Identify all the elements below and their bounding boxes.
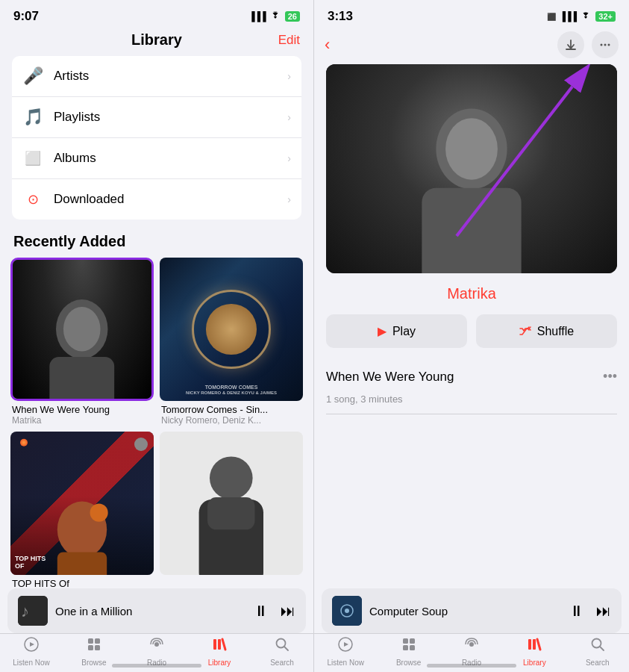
header-actions bbox=[557, 31, 619, 58]
album-artist-matrika: Matrika bbox=[12, 415, 152, 426]
action-buttons: ▶ Play Shuffle bbox=[326, 314, 617, 348]
tab-icon-search-right bbox=[589, 636, 606, 657]
now-playing-bar-left[interactable]: ♪ One in a Million ⏸ ⏭ bbox=[7, 588, 306, 633]
tab-search-left[interactable]: Search bbox=[260, 636, 304, 667]
album-card-matrika[interactable]: When We Were Young Matrika bbox=[10, 258, 154, 426]
tab-icon-browse-right bbox=[401, 636, 417, 657]
skip-button-right[interactable]: ⏭ bbox=[596, 603, 611, 620]
play-button[interactable]: ▶ Play bbox=[326, 314, 467, 348]
tab-listen-now-right[interactable]: Listen Now bbox=[323, 636, 368, 667]
playlists-label: Playlists bbox=[54, 110, 287, 125]
right-panel: 3:13 ⬛ ▐▐▐ 32+ ‹ bbox=[314, 0, 629, 672]
svg-rect-19 bbox=[213, 639, 216, 650]
svg-rect-9 bbox=[207, 497, 254, 529]
playlists-icon: 🎵 bbox=[22, 107, 43, 128]
tab-radio-left[interactable]: Radio bbox=[134, 636, 179, 667]
artists-label: Artists bbox=[54, 69, 287, 84]
tab-label-library-right: Library bbox=[523, 659, 546, 667]
song-meta: 1 song, 3 minutes bbox=[326, 391, 617, 414]
pause-button-left[interactable]: ⏸ bbox=[254, 603, 269, 620]
np-controls-left: ⏸ ⏭ bbox=[254, 603, 295, 620]
play-icon: ▶ bbox=[378, 324, 387, 338]
artists-icon: 🎤 bbox=[22, 66, 43, 87]
artist-name: Matrika bbox=[314, 285, 629, 302]
home-indicator-left bbox=[112, 664, 201, 668]
song-section: When We Were Young ••• 1 song, 3 minutes bbox=[314, 363, 629, 414]
svg-point-1 bbox=[63, 307, 101, 352]
albums-icon: ⬜ bbox=[22, 148, 43, 169]
time-left: 9:07 bbox=[13, 9, 39, 24]
tab-label-search-left: Search bbox=[270, 659, 294, 667]
album-grid: When We Were Young Matrika TOMORROW COME… bbox=[0, 258, 313, 589]
song-header: When We Were Young ••• bbox=[326, 363, 617, 391]
svg-text:♪: ♪ bbox=[21, 602, 29, 620]
status-icon-right: ⬛ bbox=[547, 13, 556, 21]
tab-radio-right[interactable]: Radio bbox=[449, 636, 494, 667]
nav-header-left: Library Edit bbox=[0, 28, 313, 56]
tab-icon-listen-left bbox=[23, 636, 40, 657]
library-list: 🎤 Artists › 🎵 Playlists › ⬜ Albums › ⊙ D… bbox=[12, 56, 301, 220]
downloaded-label: Downloaded bbox=[54, 192, 287, 207]
left-panel: 9:07 ▐▐▐ 26 Library Edit 🎤 Artists › 🎵 P… bbox=[0, 0, 314, 672]
svg-point-6 bbox=[90, 504, 108, 522]
library-item-artists[interactable]: 🎤 Artists › bbox=[12, 56, 301, 97]
svg-point-7 bbox=[210, 457, 253, 500]
tab-label-listen-left: Listen Now bbox=[13, 659, 49, 667]
svg-rect-17 bbox=[95, 645, 100, 650]
signal-icon-left: ▐▐▐ bbox=[248, 11, 266, 22]
svg-point-3 bbox=[20, 439, 28, 447]
svg-rect-2 bbox=[50, 357, 115, 399]
song-more-button[interactable]: ••• bbox=[603, 369, 617, 385]
chevron-artists: › bbox=[287, 70, 291, 82]
np-title-left: One in a Million bbox=[55, 605, 246, 617]
svg-line-45 bbox=[600, 647, 604, 650]
tab-search-right[interactable]: Search bbox=[575, 636, 620, 667]
tab-browse-right[interactable]: Browse bbox=[387, 636, 431, 667]
np-controls-right: ⏸ ⏭ bbox=[569, 603, 611, 620]
svg-point-30 bbox=[445, 118, 498, 180]
battery-right: 32+ bbox=[595, 11, 616, 22]
album-card-tophits[interactable]: TOP HITSOF TOP HITS Of bbox=[10, 432, 154, 589]
tab-library-left[interactable]: Library bbox=[197, 636, 242, 667]
more-options-button[interactable] bbox=[592, 31, 619, 58]
tab-label-library-left: Library bbox=[208, 659, 231, 667]
tab-listen-now-left[interactable]: Listen Now bbox=[9, 636, 54, 667]
back-button[interactable]: ‹ bbox=[325, 35, 330, 55]
status-bar-right: 3:13 ⬛ ▐▐▐ 32+ bbox=[314, 0, 629, 28]
tab-icon-library-right bbox=[526, 636, 542, 657]
tab-icon-library-left bbox=[211, 636, 228, 657]
svg-point-41 bbox=[469, 642, 474, 647]
time-right: 3:13 bbox=[328, 9, 353, 24]
tab-label-search-right: Search bbox=[586, 659, 610, 667]
library-item-downloaded[interactable]: ⊙ Downloaded › bbox=[12, 179, 301, 220]
svg-marker-13 bbox=[30, 642, 34, 647]
shuffle-button[interactable]: Shuffle bbox=[476, 314, 617, 348]
download-button[interactable] bbox=[557, 31, 584, 58]
tab-label-listen-right: Listen Now bbox=[327, 659, 363, 667]
album-name-tomorrow: Tomorrow Comes - Sin... bbox=[161, 404, 301, 415]
skip-button-left[interactable]: ⏭ bbox=[281, 603, 295, 620]
album-name-matrika: When We Were Young bbox=[12, 404, 152, 415]
tab-label-browse-left: Browse bbox=[81, 659, 106, 667]
tab-label-browse-right: Browse bbox=[396, 659, 421, 667]
library-item-albums[interactable]: ⬜ Albums › bbox=[12, 138, 301, 179]
svg-rect-14 bbox=[88, 638, 93, 644]
svg-rect-15 bbox=[95, 638, 100, 644]
tab-library-right[interactable]: Library bbox=[512, 636, 557, 667]
shuffle-label: Shuffle bbox=[537, 325, 575, 338]
albums-label: Albums bbox=[54, 151, 287, 166]
edit-button[interactable]: Edit bbox=[278, 33, 300, 48]
album-card-tomorrow[interactable]: TOMORROW COMESNICKY ROMERO & DENIZ KOYU … bbox=[160, 258, 303, 426]
svg-point-25 bbox=[604, 44, 607, 46]
tab-browse-left[interactable]: Browse bbox=[72, 636, 116, 667]
status-icons-left: ▐▐▐ 26 bbox=[248, 11, 300, 22]
svg-rect-39 bbox=[403, 645, 408, 650]
library-item-playlists[interactable]: 🎵 Playlists › bbox=[12, 97, 301, 138]
album-card-hoodie[interactable] bbox=[160, 432, 303, 589]
pause-button-right[interactable]: ⏸ bbox=[569, 603, 584, 620]
chevron-playlists: › bbox=[287, 111, 291, 123]
tab-icon-search-left bbox=[274, 636, 290, 657]
tab-icon-radio-left bbox=[148, 636, 165, 657]
now-playing-bar-right[interactable]: Computer Soup ⏸ ⏭ bbox=[322, 588, 622, 633]
downloaded-icon: ⊙ bbox=[22, 189, 43, 210]
